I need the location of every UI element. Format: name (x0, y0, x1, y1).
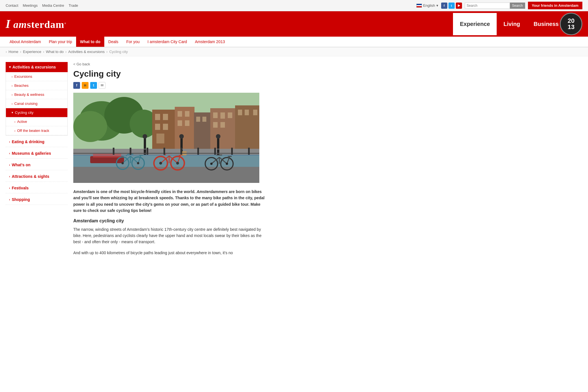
sidebar-item-canal[interactable]: › Canal cruising (6, 99, 67, 108)
sidebar-attractions-heading[interactable]: › Attractions & sights (6, 171, 68, 182)
language-arrow: ▾ (436, 3, 438, 8)
breadcrumb-what-to-do[interactable]: What to do (46, 50, 64, 54)
svg-rect-21 (220, 112, 225, 119)
subnav-amsterdam-2013[interactable]: Amsterdam 2013 (191, 37, 229, 47)
language-selector[interactable]: English ▾ (416, 3, 438, 8)
sidebar-section-label: What's on (12, 163, 30, 167)
chevron-icon: › (9, 140, 10, 143)
top-bar: Contact Meetings Media Centre Trade Engl… (0, 0, 588, 11)
sidebar-section-whatson: › What's on (6, 160, 68, 170)
facebook-icon[interactable]: f (441, 3, 447, 9)
svg-point-36 (143, 134, 147, 139)
sidebar-section-label: Festivals (12, 186, 29, 190)
main-nav: Experience Living Business (453, 13, 565, 35)
youtube-icon[interactable]: ▶ (456, 3, 462, 9)
sidebar-museums-heading[interactable]: › Museums & galleries (6, 148, 68, 159)
go-back-link[interactable]: < Go back (73, 62, 265, 66)
sidebar-heading-label: Activities & excursions (12, 65, 56, 69)
subnav-what-to-do[interactable]: What to do (76, 37, 104, 47)
sidebar-section-label: Attractions & sights (12, 174, 49, 179)
subnav-plan[interactable]: Plan your trip (45, 37, 76, 47)
subnav-city-card[interactable]: I amsterdam City Card (143, 37, 191, 47)
site-logo[interactable]: I amsterdam® (6, 17, 66, 31)
search-input[interactable] (465, 3, 510, 9)
share-twitter-icon[interactable]: t (90, 82, 97, 89)
svg-rect-76 (113, 148, 114, 155)
share-hyves-icon[interactable]: H (82, 82, 89, 89)
chevron-icon: › (12, 75, 13, 78)
svg-rect-8 (155, 124, 160, 130)
svg-point-73 (226, 163, 228, 165)
svg-point-40 (216, 134, 220, 139)
svg-point-38 (179, 134, 184, 139)
sidebar-heading-activities[interactable]: ▾ Activities & excursions (6, 62, 68, 72)
svg-rect-7 (163, 114, 168, 120)
sidebar-item-active[interactable]: › Active (6, 117, 67, 126)
sidebar-eating-heading[interactable]: › Eating & drinking (6, 137, 68, 147)
sidebar-item-excursions[interactable]: › Excursions (6, 72, 67, 81)
svg-rect-81 (197, 148, 199, 155)
svg-rect-20 (213, 112, 218, 118)
svg-rect-18 (202, 117, 206, 122)
svg-rect-83 (231, 148, 233, 155)
sidebar-item-off-beaten[interactable]: › Off the beaten track (6, 126, 67, 135)
nav-living[interactable]: Living (497, 13, 527, 35)
breadcrumb-experience[interactable]: Experience (23, 50, 41, 54)
chevron-right-icon: › (6, 50, 7, 54)
main-image (73, 93, 259, 183)
svg-rect-14 (178, 120, 182, 126)
main-layout: ▾ Activities & excursions › Excursions ›… (0, 56, 588, 266)
sidebar-item-beaches[interactable]: › Beaches (6, 81, 67, 90)
sidebar: ▾ Activities & excursions › Excursions ›… (6, 62, 68, 260)
sidebar-item-beauty[interactable]: › Beauty & wellness (6, 90, 67, 99)
svg-point-51 (137, 162, 139, 164)
your-friends-button[interactable]: Your friends in Amsterdam (528, 2, 582, 9)
article-section-body: The narrow, winding streets of Amsterdam… (73, 226, 265, 245)
svg-rect-34 (93, 153, 121, 158)
contact-link[interactable]: Contact (6, 3, 18, 8)
nav-experience[interactable]: Experience (453, 13, 497, 35)
subnav-for-you[interactable]: For you (122, 37, 143, 47)
breadcrumb-sep2: › (43, 50, 44, 54)
sidebar-item-label: Beauty & wellness (14, 92, 44, 97)
breadcrumb-home[interactable]: Home (8, 50, 18, 54)
sidebar-section-activities: ▾ Activities & excursions › Excursions ›… (6, 62, 68, 136)
site-header: I amsterdam® Experience Living Business … (0, 11, 588, 37)
trade-link[interactable]: Trade (69, 3, 78, 8)
sub-nav: About Amsterdam Plan your trip What to d… (0, 37, 588, 47)
flag-icon (416, 4, 422, 8)
sidebar-festivals-heading[interactable]: › Festivals (6, 183, 68, 193)
sidebar-item-label: Active (17, 119, 27, 124)
svg-rect-78 (147, 148, 148, 155)
sidebar-shopping-heading[interactable]: › Shopping (6, 194, 68, 205)
subnav-about[interactable]: About Amsterdam (6, 37, 45, 47)
cycling-city-image (73, 93, 259, 183)
chevron-icon: › (9, 198, 10, 201)
subnav-deals[interactable]: Deals (104, 37, 122, 47)
share-email-icon[interactable]: ✉ (99, 82, 105, 89)
logo-am: am (13, 19, 27, 30)
meetings-link[interactable]: Meetings (23, 3, 38, 8)
badge-year: 2013 (568, 18, 574, 30)
svg-point-62 (176, 162, 179, 165)
svg-rect-6 (155, 114, 160, 120)
share-facebook-icon[interactable]: f (73, 82, 80, 89)
sidebar-item-label: Cycling city (15, 110, 34, 115)
svg-point-61 (159, 162, 162, 165)
search-button[interactable]: Search (510, 3, 525, 9)
breadcrumb-current: Cycling city (109, 50, 128, 54)
chevron-icon: › (9, 152, 10, 155)
svg-rect-24 (220, 122, 225, 128)
sidebar-item-cycling[interactable]: ▾ Cycling city (6, 108, 67, 117)
share-icons: f H t ✉ (73, 82, 265, 89)
media-centre-link[interactable]: Media Centre (42, 3, 64, 8)
chevron-icon: › (12, 93, 13, 96)
sidebar-whatson-heading[interactable]: › What's on (6, 160, 68, 170)
breadcrumb-activities[interactable]: Activities & excursions (68, 50, 105, 54)
sidebar-items-activities: › Excursions › Beaches › Beauty & wellne… (6, 72, 68, 136)
sidebar-item-label: Off the beaten track (17, 129, 49, 133)
svg-rect-22 (228, 112, 232, 118)
svg-point-3 (73, 111, 107, 142)
language-label: English (423, 3, 435, 8)
twitter-icon[interactable]: t (448, 3, 455, 9)
